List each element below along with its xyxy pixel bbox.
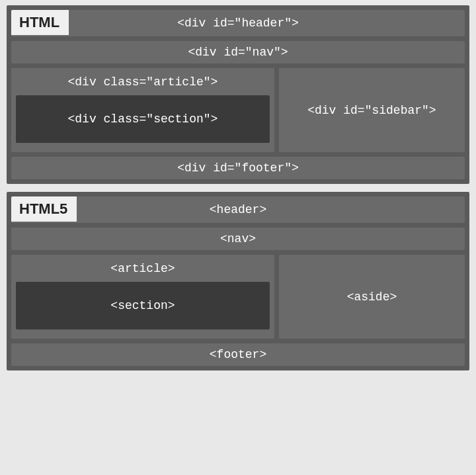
html5-sidebar-box: <aside>	[279, 255, 465, 339]
html5-article-box: <article> <section>	[11, 255, 274, 339]
html4-footer-box: <div id="footer">	[11, 157, 465, 179]
html4-nav-box: <div id="nav">	[11, 41, 465, 64]
html4-section-label: <div class="section">	[68, 112, 218, 126]
html4-sidebar-box: <div id="sidebar">	[279, 68, 465, 152]
html4-title-badge: HTML	[11, 10, 69, 35]
html5-section-box: <section>	[16, 282, 270, 329]
html5-title-badge: HTML5	[11, 196, 77, 222]
html5-section-label: <section>	[110, 299, 175, 312]
html5-nav-box: <nav>	[11, 228, 465, 250]
html4-main-row: <div class="article"> <div class="sectio…	[11, 68, 465, 152]
html4-article-box: <div class="article"> <div class="sectio…	[11, 68, 274, 152]
html5-article-label: <article>	[16, 259, 270, 282]
html5-footer-label: <footer>	[210, 348, 266, 361]
html4-footer-label: <div id="footer">	[177, 161, 299, 175]
html5-footer-box: <footer>	[11, 343, 465, 366]
html5-nav-label: <nav>	[220, 232, 256, 245]
html4-group: HTML <div id="header"> <div id="nav"> <d…	[7, 5, 469, 184]
html4-sidebar-label: <div id="sidebar">	[307, 104, 436, 117]
html4-header-label: <div id="header">	[177, 17, 299, 30]
html4-article-label: <div class="article">	[16, 73, 270, 95]
html4-nav-label: <div id="nav">	[188, 46, 288, 59]
html5-group: HTML5 <header> <nav> <article> <section>…	[7, 192, 469, 370]
html4-header-box: HTML <div id="header">	[11, 10, 465, 36]
html5-sidebar-label: <aside>	[347, 290, 397, 304]
html4-section-box: <div class="section">	[16, 95, 270, 143]
html5-main-row: <article> <section> <aside>	[11, 255, 465, 339]
html5-header-label: <header>	[210, 203, 266, 216]
html5-header-box: HTML5 <header>	[11, 196, 465, 223]
